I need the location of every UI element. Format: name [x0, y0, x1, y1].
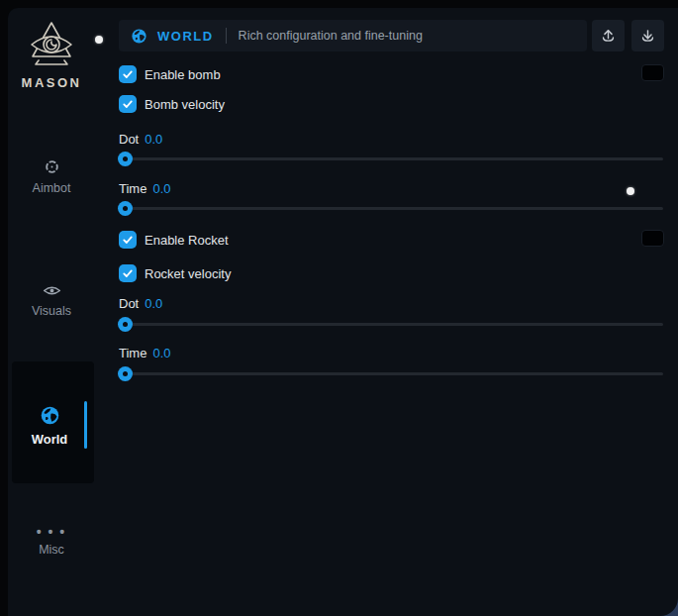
sidebar-item-misc[interactable]: • • • Misc [8, 527, 95, 557]
slider-name: Dot [119, 132, 139, 147]
download-icon [639, 28, 656, 45]
brand-logo: MASON [8, 20, 95, 90]
eye-icon [43, 283, 61, 298]
sidebar: MASON Aimbot Visuals [8, 8, 111, 616]
enable-bomb-checkbox[interactable] [119, 65, 137, 83]
slider-thumb[interactable] [118, 201, 133, 216]
slider-thumb[interactable] [118, 152, 133, 166]
ellipsis-icon: • • • [8, 527, 95, 537]
checkmark-icon [122, 68, 134, 80]
rocket-dot-slider[interactable] [119, 323, 663, 326]
sidebar-item-label: Misc [8, 543, 95, 557]
checkmark-icon [122, 98, 134, 110]
page-header: WORLD Rich configuration and fine-tuning [119, 20, 587, 51]
rocket-velocity-checkbox[interactable] [119, 264, 137, 282]
download-config-button[interactable] [631, 20, 664, 51]
enable-rocket-checkbox[interactable] [119, 231, 137, 249]
slider-value: 0.0 [152, 346, 170, 360]
slider-value: 0.0 [152, 181, 170, 196]
crosshair-icon [44, 158, 60, 175]
bomb-time-slider[interactable] [119, 207, 663, 210]
checkbox-label: Bomb velocity [145, 97, 225, 112]
checkbox-label: Enable bomb [145, 67, 221, 82]
slider-name: Time [119, 346, 146, 360]
bomb-time-slider-label: Time 0.0 [119, 181, 170, 196]
checkbox-label: Rocket velocity [145, 266, 231, 281]
checkmark-icon [122, 267, 134, 279]
cursor-dot [627, 187, 634, 195]
sidebar-item-label: Visuals [8, 304, 95, 318]
sidebar-item-visuals[interactable]: Visuals [8, 283, 95, 318]
sidebar-item-label: Aimbot [8, 181, 95, 195]
rocket-velocity-row: Rocket velocity [119, 264, 231, 282]
eye-triangle-icon [26, 20, 77, 71]
slider-name: Dot [119, 296, 139, 311]
enable-bomb-row: Enable bomb [119, 65, 221, 83]
bomb-color-swatch[interactable] [641, 64, 664, 81]
rocket-color-swatch[interactable] [641, 230, 664, 247]
sidebar-item-aimbot[interactable]: Aimbot [8, 158, 95, 195]
slider-thumb[interactable] [118, 366, 133, 381]
upload-icon [600, 28, 617, 45]
page-subtitle: Rich configuration and fine-tuning [239, 29, 423, 43]
enable-rocket-row: Enable Rocket [119, 231, 229, 249]
rocket-time-slider-label: Time 0.0 [119, 346, 170, 360]
bomb-dot-slider-label: Dot 0.0 [119, 132, 162, 147]
bomb-velocity-checkbox[interactable] [119, 95, 137, 113]
slider-value: 0.0 [145, 132, 162, 147]
slider-name: Time [119, 181, 146, 196]
menu-panel: MASON Aimbot Visuals [8, 8, 678, 616]
slider-thumb[interactable] [118, 317, 133, 332]
brand-name: MASON [8, 75, 95, 90]
sidebar-item-label: World [12, 432, 87, 447]
globe-icon [40, 405, 60, 426]
rocket-time-slider[interactable] [119, 372, 663, 375]
active-tab-indicator [84, 401, 87, 449]
checkmark-icon [122, 234, 134, 246]
bomb-dot-slider[interactable] [119, 157, 663, 160]
sidebar-item-world[interactable]: World [12, 361, 94, 483]
slider-value: 0.0 [145, 296, 162, 311]
globe-icon [131, 28, 147, 45]
upload-config-button[interactable] [592, 20, 625, 51]
checkbox-label: Enable Rocket [145, 233, 229, 248]
rocket-dot-slider-label: Dot 0.0 [119, 296, 162, 311]
header-divider [226, 28, 227, 44]
page-title: WORLD [157, 29, 214, 44]
cursor-dot [95, 36, 103, 44]
bomb-velocity-row: Bomb velocity [119, 95, 225, 113]
